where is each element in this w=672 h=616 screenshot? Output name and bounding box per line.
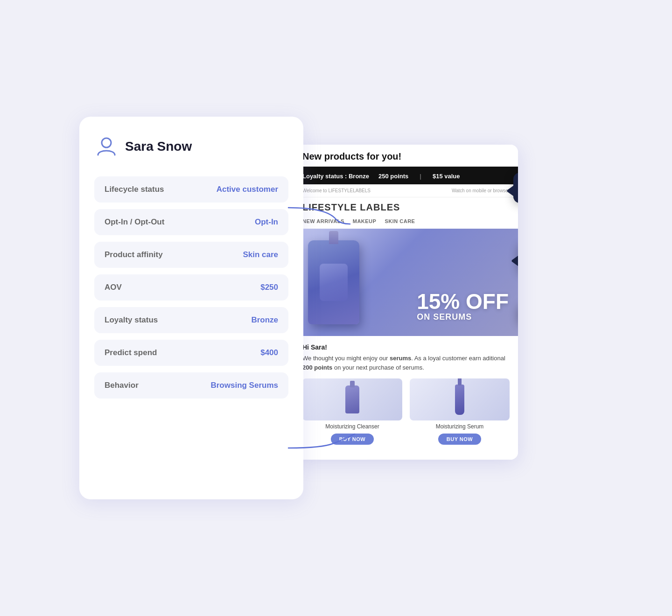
lifecycle-value: Active customer xyxy=(217,185,278,194)
email-nav: NEW ARRIVALS MAKEUP SKIN CARE xyxy=(294,216,518,229)
product-row: Moisturizing Cleanser BUY NOW Moisturizi… xyxy=(302,378,510,452)
email-loyalty-bar: Loyalty status : Bronze 250 points | $15… xyxy=(294,168,518,184)
email-top-bar: Welcome to LIFESTYLELABELS Watch on mobi… xyxy=(294,184,518,197)
email-body-text: We thought you might enjoy our serums. A… xyxy=(302,354,510,372)
loyalty-status-text: Loyalty status : Bronze xyxy=(302,173,369,180)
aov-value: $250 xyxy=(260,283,278,292)
product-item-1: Moisturizing Cleanser BUY NOW xyxy=(302,378,402,445)
product-name-1: Moisturizing Cleanser xyxy=(302,423,402,430)
product-serum-icon xyxy=(455,385,464,415)
product-name-2: Moisturizing Serum xyxy=(410,423,510,430)
product-affinity-row: Product affinity Skin care xyxy=(94,242,288,268)
profile-avatar-icon xyxy=(94,133,119,160)
predict-spend-value: $400 xyxy=(260,348,278,357)
loyalty-points: 250 points xyxy=(378,173,408,180)
product-item-2: Moisturizing Serum BUY NOW xyxy=(410,378,510,445)
email-title: New products for you! xyxy=(294,145,518,168)
email-body: Hi Sara! We thought you might enjoy our … xyxy=(294,336,518,460)
scene: Sara Snow Lifecycle status Active custom… xyxy=(79,117,593,499)
nav-skin-care: SKIN CARE xyxy=(385,218,415,224)
email-hero: 15% OFF ON SERUMS xyxy=(294,229,518,336)
loyalty-value: Bronze xyxy=(251,315,278,325)
product-img-2 xyxy=(410,378,510,420)
hero-product-image xyxy=(308,240,359,324)
incentive-tooltip: Incentive based on customer bahavior xyxy=(513,173,518,203)
product-bottle-icon xyxy=(345,385,359,413)
nav-new-arrivals: NEW ARRIVALS xyxy=(302,218,344,224)
lifecycle-row: Lifecycle status Active customer xyxy=(94,176,288,203)
email-greeting: Hi Sara! xyxy=(302,343,510,351)
aov-label: AOV xyxy=(105,283,122,292)
product-affinity-value: Skin care xyxy=(243,250,278,259)
behavior-row: Behavior Browsing Serums xyxy=(94,372,288,399)
buy-now-button-1[interactable]: BUY NOW xyxy=(331,434,374,445)
loyalty-row: Loyalty status Bronze xyxy=(94,307,288,333)
email-top-left: Welcome to LIFESTYLELABELS xyxy=(302,188,371,193)
profile-name: Sara Snow xyxy=(125,139,192,154)
loyalty-value: $15 value xyxy=(433,173,460,180)
product-affinity-label: Product affinity xyxy=(105,250,163,259)
email-top-right: Watch on mobile or browser xyxy=(452,188,510,193)
optin-value: Opt-In xyxy=(255,217,278,227)
predict-spend-row: Predict spend $400 xyxy=(94,340,288,366)
behavior-label: Behavior xyxy=(105,381,139,390)
behavior-value: Browsing Serums xyxy=(210,381,278,390)
svg-point-0 xyxy=(102,138,111,147)
profile-card: Sara Snow Lifecycle status Active custom… xyxy=(79,117,303,499)
lifecycle-label: Lifecycle status xyxy=(105,185,164,194)
brand-name: LIFESTYLE LABLES xyxy=(294,197,518,216)
buy-now-button-2[interactable]: BUY NOW xyxy=(438,434,481,445)
email-container: Incentive based on customer bahavior Pre… xyxy=(294,145,518,460)
aov-row: AOV $250 xyxy=(94,274,288,301)
product-img-1 xyxy=(302,378,402,420)
optin-row: Opt-In / Opt-Out Opt-In xyxy=(94,209,288,235)
profile-header: Sara Snow xyxy=(94,133,288,160)
optin-label: Opt-In / Opt-Out xyxy=(105,217,164,227)
predict-spend-label: Predict spend xyxy=(105,348,157,357)
nav-makeup: MAKEUP xyxy=(353,218,377,224)
email-card: Incentive based on customer bahavior Pre… xyxy=(294,145,518,460)
hero-discount-text: 15% OFF ON SERUMS xyxy=(417,291,509,322)
loyalty-label: Loyalty status xyxy=(105,315,158,325)
